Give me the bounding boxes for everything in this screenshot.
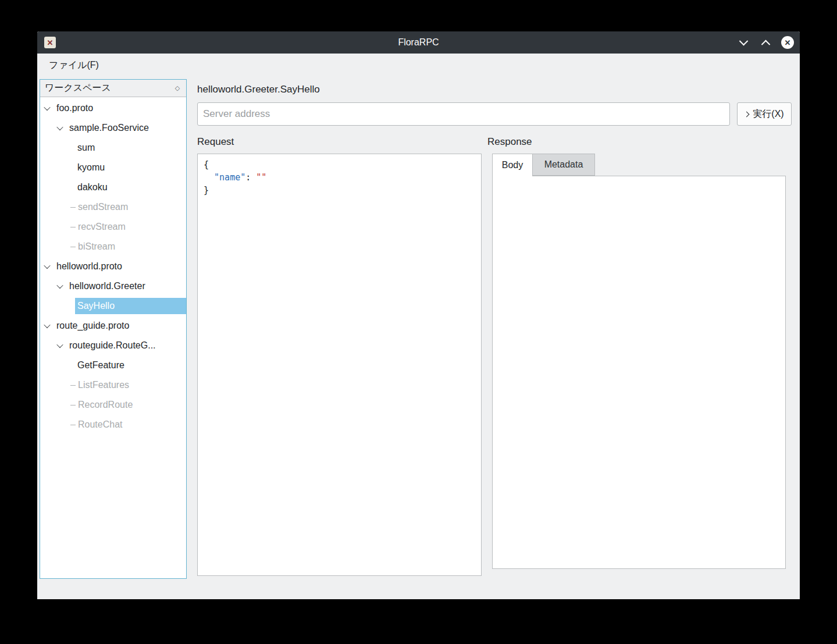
request-label: Request	[197, 136, 234, 148]
branch-line	[70, 227, 76, 227]
json-colon: :	[245, 172, 251, 183]
tree-item-sayhello[interactable]: SayHello	[40, 296, 186, 316]
tree-item-helloworld-proto[interactable]: helloworld.proto	[40, 257, 186, 276]
menubar: ファイル(F)	[37, 54, 800, 77]
response-tabbar: Body Metadata	[492, 154, 595, 176]
menu-file[interactable]: ファイル(F)	[44, 57, 104, 74]
workspace-dock-title: ワークスペース	[45, 82, 173, 94]
chevron-down-icon[interactable]	[56, 341, 63, 348]
chevron-down-icon[interactable]	[56, 282, 63, 289]
request-json[interactable]: { "name": "" }	[198, 154, 481, 201]
json-close-brace: }	[204, 185, 209, 195]
chevron-down-icon	[739, 36, 748, 45]
json-string-value: ""	[256, 172, 266, 183]
tree-item-sample-fooservice[interactable]: sample.FooService	[40, 118, 186, 138]
tree-item-dakoku[interactable]: dakoku	[40, 177, 186, 197]
tab-metadata[interactable]: Metadata	[533, 154, 595, 176]
window-controls	[737, 31, 794, 54]
chevron-right-icon	[744, 111, 750, 117]
branch-line	[70, 405, 76, 405]
method-title: helloworld.Greeter.SayHello	[197, 84, 320, 95]
branch-line	[70, 425, 76, 425]
florarpc-window: FloraRPC ファイル(F) ワークスペース foo.proto sampl…	[37, 31, 800, 599]
server-address-input[interactable]	[197, 102, 730, 126]
tree-item-bistream[interactable]: biStream	[40, 237, 186, 257]
json-key: "name"	[214, 172, 245, 183]
branch-line	[70, 385, 76, 386]
titlebar: FloraRPC	[37, 31, 800, 54]
response-body-panel[interactable]	[492, 176, 786, 569]
response-label: Response	[487, 136, 532, 148]
tree-item-sendstream[interactable]: sendStream	[40, 197, 186, 217]
workspace-dock-header: ワークスペース	[40, 80, 186, 97]
tree-item-route-guide-proto[interactable]: route_guide.proto	[40, 316, 186, 336]
branch-line	[70, 247, 76, 247]
tree-item-getfeature[interactable]: GetFeature	[40, 355, 186, 375]
workspace-dock: ワークスペース foo.proto sample.FooService sum …	[40, 79, 187, 579]
chevron-down-icon[interactable]	[44, 262, 50, 269]
maximize-button[interactable]	[759, 36, 772, 49]
chevron-down-icon[interactable]	[56, 124, 63, 130]
tree-item-helloworld-greeter[interactable]: helloworld.Greeter	[40, 276, 186, 296]
close-icon	[781, 36, 794, 49]
tree-item-sum[interactable]: sum	[40, 138, 186, 158]
tree-item-recvstream[interactable]: recvStream	[40, 217, 186, 237]
chevron-down-icon[interactable]	[44, 104, 50, 111]
proto-tree: foo.proto sample.FooService sum kyomu da…	[40, 97, 186, 578]
run-button[interactable]: 実行(X)	[737, 102, 792, 126]
run-button-label: 実行(X)	[753, 108, 783, 120]
tab-body[interactable]: Body	[492, 154, 533, 176]
tree-item-kyomu[interactable]: kyomu	[40, 158, 186, 177]
tree-item-routeguide-service[interactable]: routeguide.RouteG...	[40, 336, 186, 355]
chevron-down-icon[interactable]	[44, 322, 50, 328]
chevron-up-icon	[761, 40, 770, 49]
tree-item-listfeatures[interactable]: ListFeatures	[40, 375, 186, 395]
close-button[interactable]	[781, 36, 794, 49]
window-title: FloraRPC	[37, 37, 800, 48]
branch-line	[70, 207, 76, 208]
tree-item-recordroute[interactable]: RecordRoute	[40, 395, 186, 415]
tree-item-routechat[interactable]: RouteChat	[40, 415, 186, 435]
request-editor[interactable]: { "name": "" }	[197, 154, 482, 576]
tree-item-foo-proto[interactable]: foo.proto	[40, 98, 186, 118]
json-open-brace: {	[204, 159, 209, 170]
dock-float-icon[interactable]	[173, 84, 181, 92]
minimize-button[interactable]	[737, 36, 750, 49]
